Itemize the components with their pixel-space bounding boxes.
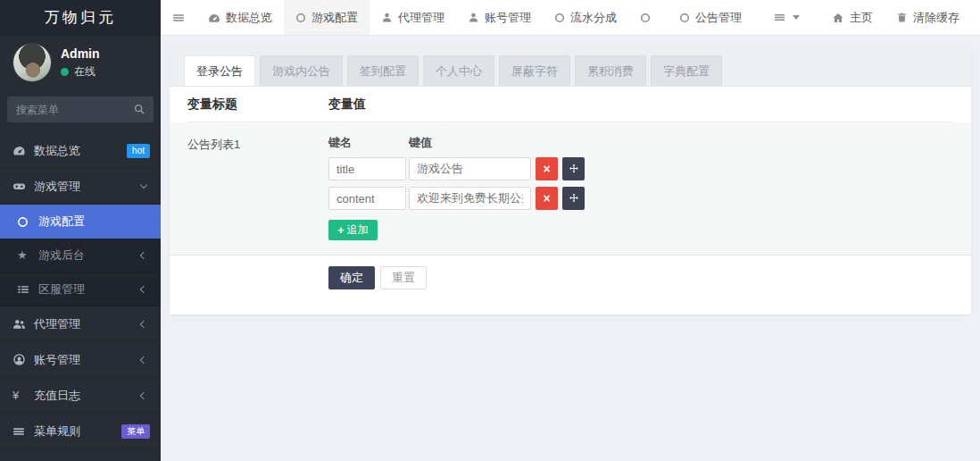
sidebar-item-label: 游戏后台 <box>38 247 85 264</box>
table-header: 变量标题 变量值 <box>187 87 953 122</box>
value-header: 键值 <box>409 135 432 151</box>
circle-icon <box>295 13 306 23</box>
yen-icon: ¥ <box>12 389 34 402</box>
users-icon <box>12 317 34 331</box>
circle-icon <box>640 13 651 23</box>
user-status: 在线 <box>61 64 100 80</box>
value-input[interactable] <box>409 157 531 180</box>
sidebar-item-label: 代理管理 <box>34 316 80 332</box>
tab-blocked-chars[interactable]: 屏蔽字符 <box>499 55 570 86</box>
tab-dictionary-config[interactable]: 字典配置 <box>651 55 722 86</box>
sidebar-item-label: 账号管理 <box>34 352 80 368</box>
close-icon: × <box>543 192 550 205</box>
bars-icon <box>12 425 34 438</box>
chevron-left-icon <box>140 320 147 327</box>
sidebar-search <box>7 96 154 122</box>
chevron-left-icon <box>140 356 147 363</box>
column-header-variable-value: 变量值 <box>328 96 366 113</box>
column-header-variable-title: 变量标题 <box>187 96 328 113</box>
star-icon: ★ <box>17 248 38 262</box>
search-icon[interactable] <box>133 103 145 115</box>
gamepad-icon <box>12 180 34 193</box>
tab-signin-config[interactable]: 签到配置 <box>347 55 419 86</box>
sidebar-item-game-config[interactable]: 游戏配置 <box>0 205 161 239</box>
sidebar-item-agent-management[interactable]: 代理管理 <box>0 306 161 342</box>
kv-headers: 键名 键值 <box>328 135 585 151</box>
list-icon <box>17 283 38 296</box>
tab-accumulated-spend[interactable]: 累积消费 <box>575 55 646 86</box>
nav-item-data-overview[interactable]: 数据总览 <box>196 0 284 35</box>
delete-pair-button[interactable]: × <box>536 187 558 210</box>
add-pair-button[interactable]: + 追加 <box>328 220 378 240</box>
move-icon <box>569 193 579 204</box>
move-pair-button[interactable] <box>562 187 585 210</box>
add-pair-label: 追加 <box>347 222 369 238</box>
tachometer-icon <box>208 12 220 24</box>
sidebar-item-label: 数据总览 <box>34 143 80 159</box>
menu-badge: 菜单 <box>121 424 150 439</box>
avatar[interactable] <box>12 43 52 82</box>
user-icon <box>381 12 393 23</box>
nav-item-notice-management[interactable]: 公告管理 <box>668 0 753 35</box>
tab-panel-login-notice: 变量标题 变量值 公告列表1 键名 键值 × <box>170 87 971 314</box>
row-title: 公告列表1 <box>187 135 328 240</box>
nav-item-account-management[interactable]: 账号管理 <box>456 0 543 35</box>
plus-icon: + <box>337 224 345 236</box>
trash-icon <box>896 12 908 23</box>
nav-item-clear-cache[interactable]: 清除缓存 <box>884 0 971 35</box>
nav-item-label: 公告管理 <box>695 10 742 26</box>
key-input[interactable] <box>328 157 406 180</box>
fullscreen-button[interactable] <box>971 0 980 35</box>
user-panel: Admin 在线 <box>0 36 161 91</box>
home-icon <box>832 12 844 24</box>
move-pair-button[interactable] <box>562 157 585 180</box>
sidebar-item-label: 充值日志 <box>34 388 80 404</box>
game-management-submenu: 游戏配置 ★ 游戏后台 区服管理 <box>0 205 161 306</box>
sidebar-item-label: 菜单规则 <box>34 423 80 440</box>
sidebar-item-menu-rules[interactable]: 菜单规则 菜单 <box>0 414 161 449</box>
nav-item-label: 账号管理 <box>485 10 531 26</box>
nav-item-unlabeled[interactable] <box>628 0 668 35</box>
key-input[interactable] <box>328 187 406 210</box>
user-name: Admin <box>61 46 100 61</box>
config-card: 登录公告 游戏内公告 签到配置 个人中心 屏蔽字符 累积消费 字典配置 变量标题… <box>170 45 971 314</box>
delete-pair-button[interactable]: × <box>536 157 558 180</box>
nav-item-label: 数据总览 <box>226 10 272 26</box>
sidebar-toggle-button[interactable] <box>161 0 196 35</box>
tab-login-notice[interactable]: 登录公告 <box>184 55 255 86</box>
sidebar-item-label: 区服管理 <box>38 281 85 298</box>
sidebar-item-data-overview[interactable]: 数据总览 hot <box>0 133 161 169</box>
tab-personal-center[interactable]: 个人中心 <box>423 55 494 86</box>
reset-button[interactable]: 重置 <box>380 266 427 289</box>
sidebar-item-account-management[interactable]: 账号管理 <box>0 342 161 378</box>
kv-pair-row: × <box>328 157 585 180</box>
online-dot-icon <box>61 68 69 76</box>
sidebar-menu: 数据总览 hot 游戏管理 游戏配置 ★ 游戏后台 区服管理 <box>0 133 161 449</box>
list-icon <box>774 12 785 23</box>
search-input[interactable] <box>7 96 154 122</box>
nav-item-label: 代理管理 <box>398 10 444 26</box>
tab-ingame-notice[interactable]: 游戏内公告 <box>260 55 343 86</box>
sidebar-item-recharge-log[interactable]: ¥ 充值日志 <box>0 378 161 414</box>
kv-pair-row: × <box>328 187 585 210</box>
app-logo[interactable]: 万物归元 <box>0 0 161 36</box>
chevron-down-icon <box>140 181 147 189</box>
nav-item-agent-management[interactable]: 代理管理 <box>370 0 456 35</box>
nav-more-dropdown[interactable] <box>762 0 811 35</box>
user-status-label: 在线 <box>74 64 96 80</box>
table-row: 公告列表1 键名 键值 × × <box>170 122 971 256</box>
nav-item-home[interactable]: 主页 <box>820 0 884 35</box>
nav-item-game-config[interactable]: 游戏配置 <box>284 0 370 35</box>
hamburger-icon <box>172 12 185 24</box>
tachometer-icon <box>12 144 34 157</box>
submit-button[interactable]: 确定 <box>328 266 375 289</box>
nav-item-flow-share[interactable]: 流水分成 <box>543 0 628 35</box>
user-info: Admin 在线 <box>61 46 100 80</box>
chevron-left-icon <box>140 285 147 292</box>
value-input[interactable] <box>409 187 531 210</box>
kv-editor: 键名 键值 × × <box>328 135 585 240</box>
sidebar-item-game-management[interactable]: 游戏管理 <box>0 169 161 205</box>
sidebar-item-game-backend[interactable]: ★ 游戏后台 <box>0 239 161 272</box>
nav-item-label: 游戏配置 <box>311 10 358 26</box>
sidebar-item-server-management[interactable]: 区服管理 <box>0 272 161 306</box>
